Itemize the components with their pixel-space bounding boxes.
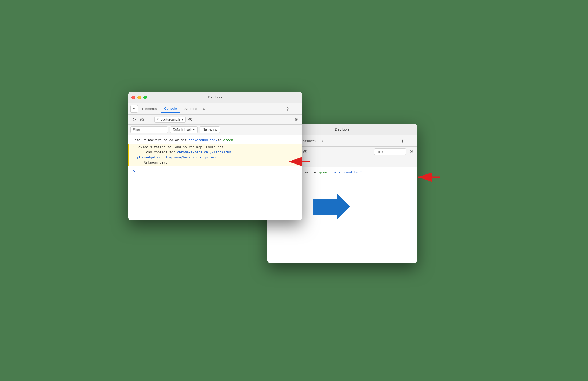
right-log-green-text: green [319,170,328,175]
settings-icon[interactable] [284,105,291,113]
right-log-space [330,170,332,175]
right-settings-icon[interactable] [399,137,406,145]
window-title: DevTools [208,95,222,99]
toolbar-settings-icon[interactable] [292,116,300,123]
default-levels-button[interactable]: Default levels ▾ [170,126,198,133]
maximize-button[interactable] [143,96,147,99]
right-log-link-1[interactable]: background.ts:7 [333,170,362,175]
traffic-lights [131,96,147,99]
left-console-toolbar: | ⚙ background.js ▾ [128,115,302,125]
file-selector[interactable]: ⚙ background.js ▾ [154,117,186,123]
menu-icon[interactable]: ⋮ [292,105,300,113]
left-console-content: Default background color set background.… [128,135,302,220]
svg-line-2 [141,119,143,121]
svg-point-6 [304,151,306,152]
close-button[interactable] [131,96,135,99]
left-filter-bar: Default levels ▾ No Issues [128,125,302,135]
log-text-1: Default background color set [133,138,189,143]
right-tab-sources[interactable]: Sources [300,137,319,144]
log-text-2: to [218,138,223,143]
right-filter-input[interactable] [374,148,406,155]
right-menu-icon[interactable]: ⋮ [407,137,415,145]
more-tabs-icon[interactable]: » [202,106,207,112]
log-green-text-1: green [223,138,233,143]
log-link-1[interactable]: background.js:7 [189,138,218,143]
clear-icon[interactable] [138,116,145,123]
left-title-bar: DevTools [128,92,302,103]
divider: | [146,116,153,123]
tab-sources[interactable]: Sources [181,105,200,112]
tab-elements[interactable]: Elements [139,105,160,112]
left-tab-bar: Elements Console Sources » ⋮ [128,103,302,115]
file-name: background.js [161,118,181,121]
minimize-button[interactable] [137,96,141,99]
right-more-tabs-icon[interactable]: » [320,138,325,144]
console-warn-line-1: ⚠ DevTools failed to load source map: Co… [128,144,302,166]
warning-icon: ⚠ [132,145,134,150]
right-window-title: DevTools [335,127,349,131]
console-log-line-1: Default background color set background.… [128,137,302,144]
console-prompt[interactable]: > [128,166,302,176]
filter-input[interactable] [130,126,168,133]
no-issues-button[interactable]: No Issues [200,126,220,133]
run-icon[interactable] [130,116,137,123]
prompt-symbol: > [133,169,135,174]
eye-icon[interactable] [187,116,194,123]
svg-marker-0 [133,118,136,121]
left-devtools-window: DevTools Elements Console Sources » ⋮ [128,92,302,220]
cursor-icon [130,105,138,113]
warn-text-content: DevTools failed to load source map: Coul… [137,145,300,165]
dropdown-arrow: ▾ [182,118,183,121]
right-eye-icon[interactable] [302,148,309,155]
tab-console[interactable]: Console [161,105,180,113]
right-toolbar-settings-icon[interactable] [407,148,415,155]
svg-point-4 [189,119,191,120]
gear-icon: ⚙ [157,118,160,121]
